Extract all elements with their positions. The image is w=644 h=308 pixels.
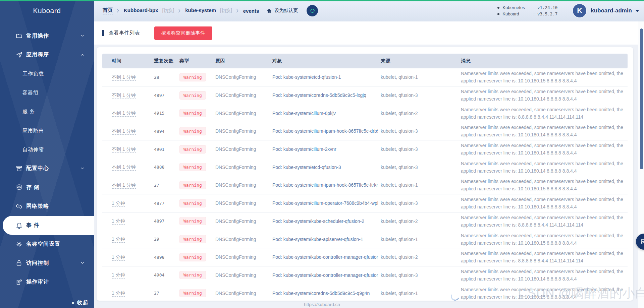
column-header: 类型 <box>179 58 215 64</box>
event-object-link[interactable]: Pod: kube-system/coredns-5db5d9c9c5-q9g4… <box>272 291 378 296</box>
event-time[interactable]: 1 分钟 <box>112 236 125 243</box>
column-header: 对象 <box>272 58 381 64</box>
refresh-button[interactable] <box>307 5 318 16</box>
event-time[interactable]: 1 分钟 <box>112 290 125 297</box>
event-repeat-count: 4901 <box>154 147 179 152</box>
event-time[interactable]: 1 分钟 <box>112 272 125 279</box>
event-object-link[interactable]: Pod: kube-system/coredns-5db5d9c9c5-lxgj… <box>272 93 378 98</box>
event-reason: DNSConfigForming <box>215 200 272 206</box>
content: 时间重复次数类型原因对象来源消息 不到 1 分钟 28 Warning DNSC… <box>94 45 644 308</box>
page-scrollbar[interactable] <box>638 21 644 308</box>
event-message: Nameserver limits were exceeded, some na… <box>461 106 628 121</box>
sidebar-item-1[interactable]: 应用程序 <box>0 46 94 65</box>
folder-icon <box>15 32 23 40</box>
event-type-badge: Warning <box>179 181 206 189</box>
event-source: kubelet, qfusion-3 <box>381 93 461 98</box>
set-default-page-button[interactable]: 设为默认页 <box>266 8 298 14</box>
delete-events-button[interactable]: 按名称空间删除事件 <box>154 26 212 40</box>
version-line: Kuboard:v3.5.2.7 <box>497 11 557 17</box>
table-row: 不到 1 分钟 4901 Warning DNSConfigForming Po… <box>102 140 628 159</box>
event-type-badge: Warning <box>179 289 206 297</box>
topbar-right: Kubernetes:v1.24.10Kuboard:v3.5.2.7 K ku… <box>497 0 639 21</box>
breadcrumb-switch-link[interactable]: [切换] <box>162 8 174 14</box>
scrollbar-thumb[interactable] <box>640 28 643 169</box>
breadcrumb-switch-link[interactable]: [切换] <box>220 8 232 14</box>
sidebar-item-label: 服 务 <box>22 109 35 115</box>
event-time[interactable]: 不到 1 分钟 <box>112 128 136 135</box>
sidebar-collapse-button[interactable]: « 收起 <box>71 300 89 306</box>
event-time[interactable]: 不到 1 分钟 <box>112 110 136 117</box>
home-icon <box>266 8 272 14</box>
sidebar-item-label: 应用路由 <box>22 127 44 134</box>
breadcrumb-item[interactable]: 首页 <box>103 7 113 14</box>
breadcrumb-separator-icon <box>116 8 120 13</box>
event-time[interactable]: 不到 1 分钟 <box>112 74 136 81</box>
breadcrumb-item[interactable]: events <box>243 8 259 14</box>
event-object-link[interactable]: Pod: kube-system/kube-controller-manager… <box>272 254 378 260</box>
event-object-link[interactable]: Pod: kube-system/kube-apiserver-qfusion-… <box>272 237 378 242</box>
sidebar-item-13[interactable]: 操作审计 <box>0 273 94 292</box>
chat-bubble-icon <box>640 238 644 246</box>
sidebar-item-0[interactable]: 常用操作 <box>0 26 94 46</box>
event-time[interactable]: 不到 1 分钟 <box>112 93 136 99</box>
chevron-down-icon[interactable] <box>635 10 639 12</box>
event-time[interactable]: 1 分钟 <box>112 218 125 225</box>
sidebar-item-label: 事 件 <box>26 222 39 229</box>
event-repeat-count: 4877 <box>154 201 179 206</box>
sidebar-item-4[interactable]: 服 务 <box>0 102 94 121</box>
event-object-link[interactable]: Pod: kube-system/etcd-qfusion-1 <box>272 74 378 80</box>
avatar[interactable]: K <box>573 4 586 17</box>
event-reason: DNSConfigForming <box>215 291 272 296</box>
page-title: 查看事件列表 <box>109 30 140 36</box>
event-object-link[interactable]: Pod: kube-system/kube-scheduler-qfusion-… <box>272 219 378 224</box>
sidebar-item-8[interactable]: 存 储 <box>0 178 94 197</box>
event-source: kubelet, qfusion-1 <box>381 182 461 188</box>
event-message: Nameserver limits were exceeded, some na… <box>461 268 628 283</box>
event-message: Nameserver limits were exceeded, some na… <box>461 250 628 264</box>
event-time[interactable]: 不到 1 分钟 <box>112 182 136 189</box>
event-object-link[interactable]: Pod: kube-system/cilium-2xvnr <box>272 146 378 152</box>
sidebar-item-10[interactable]: 事 件 <box>3 216 94 235</box>
sidebar-item-label: 访问控制 <box>26 260 49 267</box>
sidebar-item-2[interactable]: 工作负载 <box>0 64 94 83</box>
sidebar-item-6[interactable]: 自动伸缩 <box>0 140 94 159</box>
event-type-badge: Warning <box>179 163 206 171</box>
sidebar-item-12[interactable]: 访问控制 <box>0 254 94 273</box>
column-header: 消息 <box>461 58 628 64</box>
audit-icon <box>15 279 23 286</box>
event-source: kubelet, qfusion-1 <box>381 237 461 242</box>
sidebar-item-7[interactable]: 配置中心 <box>0 159 94 178</box>
event-object-link[interactable]: Pod: kube-system/kube-controller-manager… <box>272 272 378 278</box>
sidebar-item-label: 配置中心 <box>26 165 49 172</box>
breadcrumb-item[interactable]: kube-system <box>185 7 216 14</box>
event-type-badge: Warning <box>179 127 206 135</box>
table-row: 不到 1 分钟 4888 Warning DNSConfigForming Po… <box>102 158 628 176</box>
event-object-link[interactable]: Pod: kube-system/cilium-ipam-hook-8657ff… <box>272 128 378 134</box>
event-object-link[interactable]: Pod: kube-system/etcd-qfusion-3 <box>272 165 378 170</box>
sidebar-item-3[interactable]: 容器组 <box>0 83 94 103</box>
event-repeat-count: 4897 <box>154 219 179 224</box>
table-row: 不到 1 分钟 4915 Warning DNSConfigForming Po… <box>102 104 628 122</box>
sidebar-menu: 常用操作应用程序工作负载容器组服 务应用路由自动伸缩配置中心存 储网络策略事 件… <box>0 26 94 292</box>
sidebar-item-9[interactable]: 网络策略 <box>0 197 94 216</box>
event-reason: DNSConfigForming <box>215 146 272 152</box>
event-time[interactable]: 1 分钟 <box>112 200 125 207</box>
event-object-link[interactable]: Pod: kube-system/cilium-6pkjv <box>272 111 378 116</box>
event-time[interactable]: 不到 1 分钟 <box>112 164 136 171</box>
user-menu[interactable]: kuboard-admin <box>591 7 632 14</box>
event-message: Nameserver limits were exceeded, some na… <box>461 160 628 175</box>
send-icon <box>15 51 23 59</box>
event-object-link[interactable]: Pod: kube-system/cilium-operator-7688c9b… <box>272 200 378 206</box>
event-source: kubelet, qfusion-3 <box>381 128 461 134</box>
event-time[interactable]: 不到 1 分钟 <box>112 146 136 153</box>
table-row: 不到 1 分钟 4897 Warning DNSConfigForming Po… <box>102 86 628 105</box>
sidebar-item-11[interactable]: 名称空间设置 <box>0 235 94 254</box>
event-type-badge: Warning <box>179 91 206 100</box>
table-row: 1 分钟 4904 Warning DNSConfigForming Pod: … <box>102 266 628 285</box>
event-time[interactable]: 1 分钟 <box>112 254 125 261</box>
breadcrumb-item[interactable]: Kubboard-bpx <box>124 7 158 14</box>
crumb-sep-icon <box>235 8 240 13</box>
sidebar-item-5[interactable]: 应用路由 <box>0 121 94 140</box>
event-object-link[interactable]: Pod: kube-system/cilium-ipam-hook-8657ff… <box>272 182 378 188</box>
event-reason: DNSConfigForming <box>215 165 272 170</box>
